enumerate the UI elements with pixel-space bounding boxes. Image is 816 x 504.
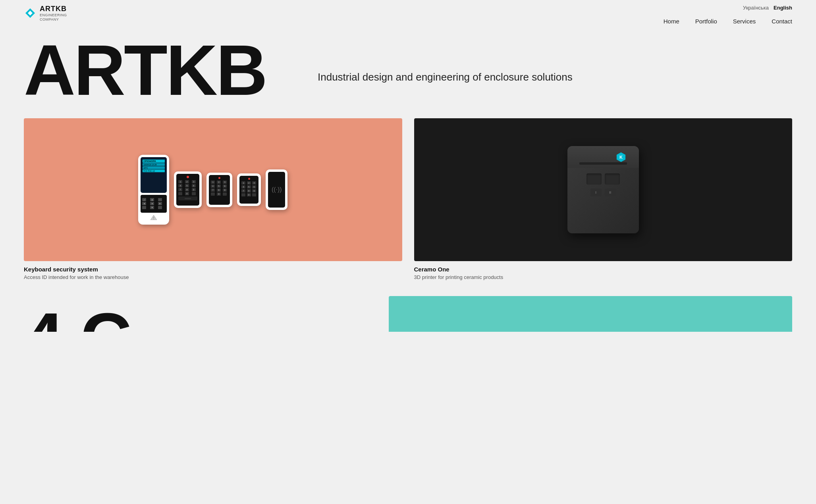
nav-services[interactable]: Services — [733, 18, 756, 25]
nav-contact[interactable]: Contact — [772, 18, 792, 25]
printer-logo-icon: K — [615, 151, 627, 163]
logo[interactable]: ARTKB ENGINEERING COMPANY — [24, 5, 67, 22]
keyboard-image-wrapper: СРІОНОРА 16/04/18 15:34 18°C ГСЗ ІТАС-12… — [24, 118, 402, 261]
keyboard-devices-vis: СРІОНОРА 16/04/18 15:34 18°C ГСЗ ІТАС-12… — [24, 118, 402, 261]
device-1: СРІОНОРА 16/04/18 15:34 18°C ГСЗ ІТАС-12… — [136, 155, 172, 225]
svg-text:K: K — [619, 155, 623, 160]
hero-tagline: Industrial design and engineering of enc… — [302, 38, 792, 84]
language-bar: Українська English — [24, 0, 792, 12]
printer-lower-buttons: I II — [575, 189, 631, 196]
device-4: 123 456 789 0 — [235, 173, 263, 206]
printer-lower-btn-1: I — [590, 189, 602, 196]
printer-body: I II — [567, 168, 639, 233]
card1-desc: Access ID intended for work in the wareh… — [24, 274, 402, 280]
printer-btn-2 — [605, 173, 620, 185]
logo-text: ARTKB — [40, 5, 67, 13]
printer-main-buttons — [575, 173, 631, 185]
printer-top: K — [567, 146, 639, 168]
printer-visualization: K I II — [567, 146, 639, 233]
portfolio-card-keyboard[interactable]: СРІОНОРА 16/04/18 15:34 18°C ГСЗ ІТАС-12… — [24, 118, 402, 280]
main-nav: Home Portfolio Services Contact — [24, 12, 792, 30]
card2-desc: 3D printer for printing ceramic products — [414, 274, 793, 280]
ceramo-image-wrapper: K I II — [414, 118, 793, 261]
logo-subtitle: ENGINEERING COMPANY — [40, 13, 67, 22]
printer-lower-btn-2: II — [605, 189, 616, 196]
teal-block — [389, 296, 792, 332]
svg-point-3 — [153, 219, 154, 219]
device-2: 123 456 789 0 — [172, 171, 204, 208]
logo-icon — [24, 7, 37, 19]
nav-home[interactable]: Home — [664, 18, 679, 25]
hero-section: ARTKB Industrial design and engineering … — [0, 30, 816, 118]
device-3: 123 456 789 0 — [204, 173, 235, 207]
portfolio-grid: СРІОНОРА 16/04/18 15:34 18°C ГСЗ ІТАС-12… — [0, 118, 816, 296]
bottom-preview: 4 C — [0, 296, 816, 332]
hero-title: ARTKB — [24, 38, 302, 102]
lang-english[interactable]: English — [774, 5, 792, 11]
printer-btn-1 — [586, 173, 602, 185]
lang-ukrainian[interactable]: Українська — [743, 5, 769, 11]
device-5: ((·)) — [263, 169, 290, 210]
bottom-large-text: 4 C — [24, 308, 130, 332]
card1-title: Keyboard security system — [24, 266, 402, 273]
nav-portfolio[interactable]: Portfolio — [695, 18, 717, 25]
card2-title: Ceramo One — [414, 266, 793, 273]
portfolio-card-ceramo[interactable]: K I II Ceramo One 3D printer for print — [414, 118, 793, 280]
